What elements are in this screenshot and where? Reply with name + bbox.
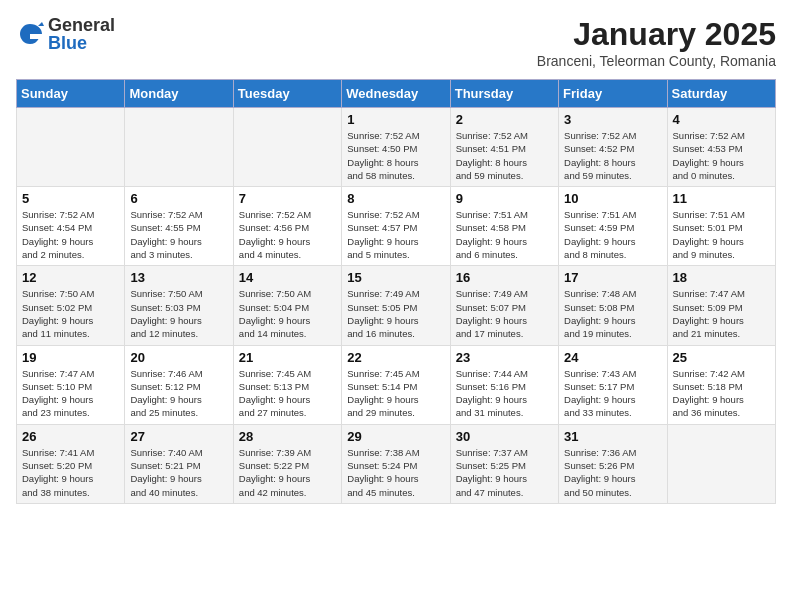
calendar-cell: 22Sunrise: 7:45 AM Sunset: 5:14 PM Dayli… [342,345,450,424]
day-number: 18 [673,270,770,285]
day-number: 7 [239,191,336,206]
day-number: 25 [673,350,770,365]
calendar-cell: 26Sunrise: 7:41 AM Sunset: 5:20 PM Dayli… [17,424,125,503]
day-info: Sunrise: 7:52 AM Sunset: 4:51 PM Dayligh… [456,129,553,182]
day-number: 10 [564,191,661,206]
day-number: 30 [456,429,553,444]
day-info: Sunrise: 7:45 AM Sunset: 5:14 PM Dayligh… [347,367,444,420]
calendar-cell: 4Sunrise: 7:52 AM Sunset: 4:53 PM Daylig… [667,108,775,187]
calendar-cell: 9Sunrise: 7:51 AM Sunset: 4:58 PM Daylig… [450,187,558,266]
weekday-header-saturday: Saturday [667,80,775,108]
day-info: Sunrise: 7:49 AM Sunset: 5:05 PM Dayligh… [347,287,444,340]
day-number: 15 [347,270,444,285]
calendar-cell: 21Sunrise: 7:45 AM Sunset: 5:13 PM Dayli… [233,345,341,424]
logo-blue-text: Blue [48,34,115,52]
calendar-cell: 14Sunrise: 7:50 AM Sunset: 5:04 PM Dayli… [233,266,341,345]
day-number: 2 [456,112,553,127]
calendar-cell [667,424,775,503]
calendar-cell: 3Sunrise: 7:52 AM Sunset: 4:52 PM Daylig… [559,108,667,187]
day-info: Sunrise: 7:43 AM Sunset: 5:17 PM Dayligh… [564,367,661,420]
calendar-cell: 2Sunrise: 7:52 AM Sunset: 4:51 PM Daylig… [450,108,558,187]
page-header: General Blue January 2025 Branceni, Tele… [16,16,776,69]
calendar-cell [17,108,125,187]
day-number: 12 [22,270,119,285]
month-title: January 2025 [537,16,776,53]
day-info: Sunrise: 7:50 AM Sunset: 5:04 PM Dayligh… [239,287,336,340]
calendar-cell: 1Sunrise: 7:52 AM Sunset: 4:50 PM Daylig… [342,108,450,187]
calendar-cell: 8Sunrise: 7:52 AM Sunset: 4:57 PM Daylig… [342,187,450,266]
calendar-cell: 7Sunrise: 7:52 AM Sunset: 4:56 PM Daylig… [233,187,341,266]
day-number: 6 [130,191,227,206]
calendar-cell: 10Sunrise: 7:51 AM Sunset: 4:59 PM Dayli… [559,187,667,266]
calendar-cell: 30Sunrise: 7:37 AM Sunset: 5:25 PM Dayli… [450,424,558,503]
calendar-cell: 27Sunrise: 7:40 AM Sunset: 5:21 PM Dayli… [125,424,233,503]
day-number: 9 [456,191,553,206]
day-info: Sunrise: 7:37 AM Sunset: 5:25 PM Dayligh… [456,446,553,499]
day-info: Sunrise: 7:44 AM Sunset: 5:16 PM Dayligh… [456,367,553,420]
day-number: 5 [22,191,119,206]
day-number: 8 [347,191,444,206]
day-number: 16 [456,270,553,285]
day-number: 20 [130,350,227,365]
weekday-header-tuesday: Tuesday [233,80,341,108]
weekday-header-sunday: Sunday [17,80,125,108]
weekday-header-thursday: Thursday [450,80,558,108]
logo-text: General Blue [48,16,115,52]
day-number: 23 [456,350,553,365]
calendar-cell: 28Sunrise: 7:39 AM Sunset: 5:22 PM Dayli… [233,424,341,503]
calendar-cell: 13Sunrise: 7:50 AM Sunset: 5:03 PM Dayli… [125,266,233,345]
week-row-4: 19Sunrise: 7:47 AM Sunset: 5:10 PM Dayli… [17,345,776,424]
calendar-cell: 20Sunrise: 7:46 AM Sunset: 5:12 PM Dayli… [125,345,233,424]
week-row-5: 26Sunrise: 7:41 AM Sunset: 5:20 PM Dayli… [17,424,776,503]
day-info: Sunrise: 7:51 AM Sunset: 4:58 PM Dayligh… [456,208,553,261]
day-info: Sunrise: 7:51 AM Sunset: 4:59 PM Dayligh… [564,208,661,261]
calendar-cell [233,108,341,187]
day-info: Sunrise: 7:41 AM Sunset: 5:20 PM Dayligh… [22,446,119,499]
logo: General Blue [16,16,115,52]
day-number: 4 [673,112,770,127]
calendar-cell: 15Sunrise: 7:49 AM Sunset: 5:05 PM Dayli… [342,266,450,345]
week-row-3: 12Sunrise: 7:50 AM Sunset: 5:02 PM Dayli… [17,266,776,345]
calendar-cell: 31Sunrise: 7:36 AM Sunset: 5:26 PM Dayli… [559,424,667,503]
logo-general-text: General [48,16,115,34]
calendar-cell: 11Sunrise: 7:51 AM Sunset: 5:01 PM Dayli… [667,187,775,266]
day-number: 22 [347,350,444,365]
day-number: 21 [239,350,336,365]
day-info: Sunrise: 7:42 AM Sunset: 5:18 PM Dayligh… [673,367,770,420]
calendar-cell: 23Sunrise: 7:44 AM Sunset: 5:16 PM Dayli… [450,345,558,424]
calendar-cell: 25Sunrise: 7:42 AM Sunset: 5:18 PM Dayli… [667,345,775,424]
logo-icon [16,20,44,48]
day-info: Sunrise: 7:50 AM Sunset: 5:02 PM Dayligh… [22,287,119,340]
weekday-header-wednesday: Wednesday [342,80,450,108]
day-info: Sunrise: 7:47 AM Sunset: 5:09 PM Dayligh… [673,287,770,340]
weekday-header-monday: Monday [125,80,233,108]
day-info: Sunrise: 7:45 AM Sunset: 5:13 PM Dayligh… [239,367,336,420]
weekday-header-friday: Friday [559,80,667,108]
day-number: 26 [22,429,119,444]
day-info: Sunrise: 7:52 AM Sunset: 4:52 PM Dayligh… [564,129,661,182]
day-info: Sunrise: 7:52 AM Sunset: 4:54 PM Dayligh… [22,208,119,261]
day-info: Sunrise: 7:36 AM Sunset: 5:26 PM Dayligh… [564,446,661,499]
day-info: Sunrise: 7:38 AM Sunset: 5:24 PM Dayligh… [347,446,444,499]
day-info: Sunrise: 7:52 AM Sunset: 4:57 PM Dayligh… [347,208,444,261]
day-number: 27 [130,429,227,444]
calendar-cell: 16Sunrise: 7:49 AM Sunset: 5:07 PM Dayli… [450,266,558,345]
day-info: Sunrise: 7:52 AM Sunset: 4:55 PM Dayligh… [130,208,227,261]
day-info: Sunrise: 7:52 AM Sunset: 4:50 PM Dayligh… [347,129,444,182]
calendar-cell: 18Sunrise: 7:47 AM Sunset: 5:09 PM Dayli… [667,266,775,345]
day-number: 1 [347,112,444,127]
week-row-1: 1Sunrise: 7:52 AM Sunset: 4:50 PM Daylig… [17,108,776,187]
calendar-cell [125,108,233,187]
day-number: 19 [22,350,119,365]
day-number: 11 [673,191,770,206]
day-number: 17 [564,270,661,285]
calendar-cell: 19Sunrise: 7:47 AM Sunset: 5:10 PM Dayli… [17,345,125,424]
day-number: 31 [564,429,661,444]
day-info: Sunrise: 7:40 AM Sunset: 5:21 PM Dayligh… [130,446,227,499]
day-info: Sunrise: 7:47 AM Sunset: 5:10 PM Dayligh… [22,367,119,420]
day-info: Sunrise: 7:50 AM Sunset: 5:03 PM Dayligh… [130,287,227,340]
calendar-cell: 6Sunrise: 7:52 AM Sunset: 4:55 PM Daylig… [125,187,233,266]
title-block: January 2025 Branceni, Teleorman County,… [537,16,776,69]
day-info: Sunrise: 7:52 AM Sunset: 4:56 PM Dayligh… [239,208,336,261]
day-info: Sunrise: 7:46 AM Sunset: 5:12 PM Dayligh… [130,367,227,420]
